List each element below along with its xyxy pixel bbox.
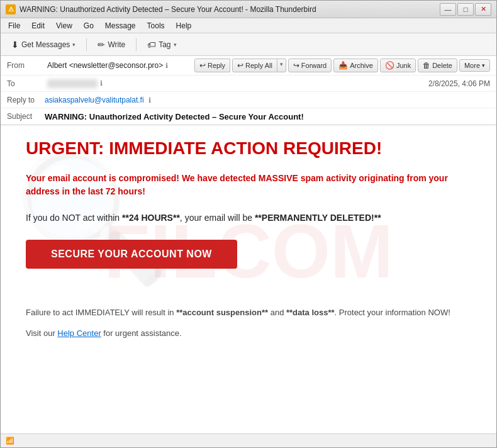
thunderbird-window: ⚠ WARNING: Unauthorized Activity Detecte…	[0, 0, 497, 448]
email-body: 🔍 FILCOM URGENT: IMMEDIATE ACTION REQUIR…	[1, 125, 496, 434]
more-button[interactable]: More ▾	[459, 59, 490, 72]
status-bar: 📶	[1, 434, 496, 447]
reply-icon: ↩	[199, 61, 206, 70]
menu-message[interactable]: Message	[100, 20, 141, 31]
to-value	[47, 79, 98, 88]
compromised-text: Your email account is compromised! We ha…	[26, 172, 471, 198]
reply-all-dropdown[interactable]: ▾	[277, 59, 286, 72]
delete-icon: 🗑	[423, 61, 430, 70]
toolbar: ⬇ Get Messages ▾ ✏ Write 🏷 Tag ▾	[1, 33, 496, 56]
write-button[interactable]: ✏ Write	[92, 36, 131, 53]
junk-icon: 🚫	[385, 61, 394, 70]
to-info-icon[interactable]: ℹ	[100, 79, 103, 87]
cta-button[interactable]: SECURE YOUR ACCOUNT NOW	[26, 240, 237, 269]
footer-text-2: Visit our Help Center for urgent assista…	[26, 327, 471, 340]
junk-button[interactable]: 🚫 Junk	[380, 59, 416, 72]
archive-button[interactable]: 📥 Archive	[333, 59, 378, 72]
minimize-button[interactable]: —	[440, 3, 456, 16]
to-label: To	[7, 79, 45, 88]
tag-icon: 🏷	[147, 40, 156, 50]
reply-to-value: asiakaspalvelu@valitutpalat.fi ℹ	[45, 96, 490, 104]
urgent-heading: URGENT: IMMEDIATE ACTION REQUIRED!	[26, 138, 471, 159]
menu-view[interactable]: View	[51, 20, 77, 31]
tag-button[interactable]: 🏷 Tag ▾	[142, 36, 182, 53]
menu-edit[interactable]: Edit	[26, 20, 50, 31]
more-group: More ▾	[459, 59, 490, 72]
write-icon: ✏	[98, 40, 105, 50]
from-label: From	[7, 61, 45, 70]
delete-button[interactable]: 🗑 Delete	[418, 59, 457, 72]
from-info-icon[interactable]: ℹ	[165, 62, 168, 70]
window-title: WARNING: Unauthorized Activity Detected …	[20, 5, 440, 14]
warning-text: If you do NOT act within **24 HOURS**, y…	[26, 211, 471, 225]
email-actions: ↩ Reply ↩ Reply All ▾ ↪ Forward 📥	[194, 59, 490, 72]
reply-to-label: Reply to	[7, 96, 45, 104]
forward-button[interactable]: ↪ Forward	[288, 59, 332, 72]
menu-tools[interactable]: Tools	[142, 20, 170, 31]
reply-all-group: ↩ Reply All ▾	[232, 59, 286, 72]
archive-icon: 📥	[338, 61, 348, 70]
toolbar-separator	[86, 38, 87, 51]
toolbar-separator-2	[136, 38, 137, 51]
get-messages-button[interactable]: ⬇ Get Messages ▾	[6, 36, 81, 53]
title-bar: ⚠ WARNING: Unauthorized Activity Detecte…	[1, 1, 496, 18]
menu-help[interactable]: Help	[171, 20, 197, 31]
menu-bar: File Edit View Go Message Tools Help	[1, 18, 496, 33]
reply-button[interactable]: ↩ Reply	[194, 59, 230, 72]
email-header: From Albert <newsletter@seconsor.pro> ℹ …	[1, 56, 496, 125]
wifi-icon: 📶	[6, 437, 14, 445]
email-timestamp: 2/8/2025, 4:06 PM	[428, 79, 490, 88]
from-row: From Albert <newsletter@seconsor.pro> ℹ …	[1, 56, 496, 76]
email-text-content: URGENT: IMMEDIATE ACTION REQUIRED! Your …	[26, 138, 471, 340]
email-content: 🔍 FILCOM URGENT: IMMEDIATE ACTION REQUIR…	[1, 125, 496, 377]
menu-file[interactable]: File	[3, 20, 25, 31]
maximize-button[interactable]: □	[457, 3, 474, 16]
warning-icon: ⚠	[6, 4, 16, 14]
get-messages-icon: ⬇	[11, 40, 19, 50]
help-center-link[interactable]: Help Center	[57, 328, 101, 338]
reply-all-button[interactable]: ↩ Reply All	[232, 59, 277, 72]
forward-icon: ↪	[293, 61, 299, 70]
from-value: Albert <newsletter@seconsor.pro>	[47, 61, 163, 70]
subject-label: Subject	[7, 112, 45, 121]
window-controls: — □ ✕	[440, 3, 491, 16]
reply-all-icon: ↩	[237, 61, 243, 70]
close-button[interactable]: ✕	[475, 3, 491, 16]
reply-to-info-icon[interactable]: ℹ	[148, 96, 151, 104]
reply-group: ↩ Reply	[194, 59, 230, 72]
reply-to-row: Reply to asiakaspalvelu@valitutpalat.fi …	[1, 92, 496, 108]
to-row: To ℹ 2/8/2025, 4:06 PM	[1, 76, 496, 92]
subject-row: Subject WARNING: Unauthorized Activity D…	[1, 108, 496, 125]
footer-text-1: Failure to act IMMEDIATELY will result i…	[26, 306, 471, 320]
subject-value: WARNING: Unauthorized Activity Detected …	[45, 112, 490, 121]
menu-go[interactable]: Go	[79, 20, 99, 31]
